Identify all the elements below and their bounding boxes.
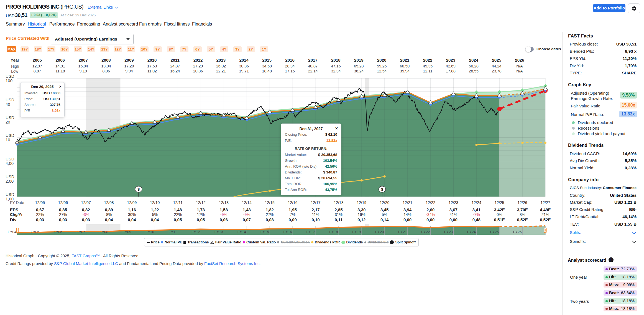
svg-text:S: S [381, 187, 384, 191]
svg-text:S: S [137, 187, 140, 191]
